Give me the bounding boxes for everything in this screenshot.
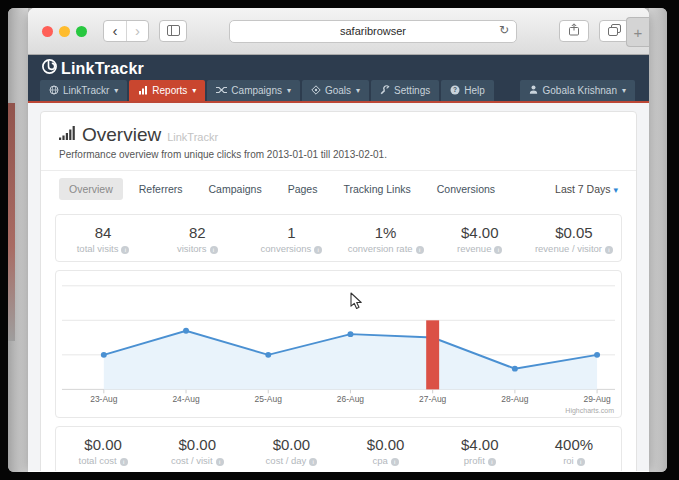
stat-label: visitors [177,243,207,254]
info-icon[interactable]: i [121,246,129,254]
date-range-label: Last 7 Days [555,183,610,195]
screenshot-frame: ‹ › safaribrowser ↻ [0,0,679,480]
info-icon[interactable]: i [216,458,224,466]
svg-text:27-Aug: 27-Aug [419,394,447,404]
stat-label: conversions [261,243,312,254]
stat-label: cost / day [266,455,307,466]
stat-value: $4.00 [433,223,527,242]
browser-toolbar: ‹ › safaribrowser ↻ [28,8,649,55]
info-icon[interactable]: i [314,246,322,254]
stat-value: 1% [339,223,433,242]
stat-label: total cost [79,455,117,466]
stat-label: revenue / visitor [535,243,602,254]
stat-label: cpa [372,455,387,466]
stat-value: $4.00 [433,435,527,454]
brand-name[interactable]: LinkTrackr [61,60,144,78]
sidebar-toggle-button[interactable] [159,20,187,42]
date-range-selector[interactable]: Last 7 Days ▾ [555,183,618,195]
browser-window: ‹ › safaribrowser ↻ [28,8,649,472]
stat-value: $0.00 [150,435,244,454]
stat-roi: 400% roii [527,435,621,466]
chevron-down-icon: ▾ [114,86,118,95]
nav-label: Help [464,85,485,96]
info-icon[interactable]: i [577,458,585,466]
share-icon [568,22,580,40]
shuffle-icon [216,85,227,97]
svg-text:25-Aug: 25-Aug [255,394,283,404]
show-tabs-button[interactable] [599,20,629,42]
info-icon[interactable]: i [416,246,424,254]
stat-profit: $4.00 profiti [433,435,527,466]
stat-cost-per-visit: $0.00 cost / visiti [150,435,244,466]
svg-text:24-Aug: 24-Aug [172,394,200,404]
stat-total-visits: 84 total visitsi [56,223,150,254]
tab-pages[interactable]: Pages [278,178,328,200]
address-bar-text: safaribrowser [340,25,406,37]
tab-tracking-links[interactable]: Tracking Links [333,178,420,200]
window-controls [42,26,87,37]
wrench-icon [380,85,390,97]
tabs-overview-icon [608,22,621,40]
zoom-window-button[interactable] [76,26,87,37]
stat-value: 400% [527,435,621,454]
svg-text:28-Aug: 28-Aug [501,394,529,404]
report-tabs: Overview Referrers Campaigns Pages Track… [41,170,636,208]
svg-text:?: ? [453,86,457,93]
forward-button[interactable]: › [126,21,148,41]
desktop-background: ‹ › safaribrowser ↻ [8,8,667,472]
back-button[interactable]: ‹ [104,21,126,41]
minimize-window-button[interactable] [59,26,70,37]
address-bar[interactable]: safaribrowser ↻ [229,20,517,43]
visits-chart-panel[interactable]: 23-Aug24-Aug25-Aug26-Aug27-Aug28-Aug29-A… [55,270,622,418]
info-icon[interactable]: i [120,458,128,466]
share-button[interactable] [559,20,589,42]
info-icon[interactable]: i [391,458,399,466]
chevron-down-icon: ▾ [287,86,291,95]
stats-top-panel: 84 total visitsi 82 visitorsi 1 conversi… [55,214,622,262]
stat-label: revenue [457,243,491,254]
tab-overview[interactable]: Overview [59,178,123,200]
nav-item-goals[interactable]: Goals ▾ [302,80,369,101]
desktop-strip-right [649,8,667,472]
close-window-button[interactable] [42,26,53,37]
tab-referrers[interactable]: Referrers [129,178,193,200]
stat-value: 84 [56,223,150,242]
info-icon[interactable]: i [494,246,502,254]
overview-chart-icon [59,125,76,144]
reload-icon[interactable]: ↻ [499,23,509,37]
nav-label: Settings [394,85,430,96]
new-tab-button[interactable]: + [626,17,649,47]
page-subtitle: Performance overview from unique clicks … [59,149,618,160]
nav-label: Goals [325,85,351,96]
stat-value: $0.05 [527,223,621,242]
history-nav: ‹ › [103,20,149,42]
tab-conversions[interactable]: Conversions [427,178,505,200]
info-icon[interactable]: i [210,246,218,254]
info-icon[interactable]: i [605,246,613,254]
help-circle-icon: ? [450,85,460,97]
stat-cost-per-day: $0.00 cost / dayi [244,435,338,466]
nav-label: Reports [152,85,187,96]
tab-campaigns[interactable]: Campaigns [199,178,272,200]
nav-item-settings[interactable]: Settings [371,80,439,101]
user-menu[interactable]: Gobala Krishnan ▾ [520,80,635,101]
page-heading: Overview LinkTrackr Performance overview… [41,112,636,170]
stat-value: 1 [244,223,338,242]
info-icon[interactable]: i [309,458,317,466]
page-title: Overview [82,125,161,144]
stat-revenue-per-visitor: $0.05 revenue / visitori [527,223,621,254]
nav-item-reports[interactable]: Reports ▾ [129,80,205,101]
chevron-down-icon: ▾ [192,86,196,95]
nav-item-help[interactable]: ? Help [441,80,494,101]
info-icon[interactable]: i [488,458,496,466]
stats-bottom-panel: $0.00 total costi $0.00 cost / visiti $0… [55,426,622,471]
overview-chart[interactable]: 23-Aug24-Aug25-Aug26-Aug27-Aug28-Aug29-A… [56,271,621,417]
highcharts-credit[interactable]: Highcharts.com [565,407,614,414]
bar-chart-icon [138,85,148,97]
nav-item-linktrackr[interactable]: LinkTrackr ▾ [40,80,127,101]
linktrackr-logo-icon [41,58,58,79]
nav-item-campaigns[interactable]: Campaigns ▾ [207,80,300,101]
background-window-sliver [8,103,15,341]
stat-label: roi [563,455,574,466]
stat-label: profit [464,455,485,466]
